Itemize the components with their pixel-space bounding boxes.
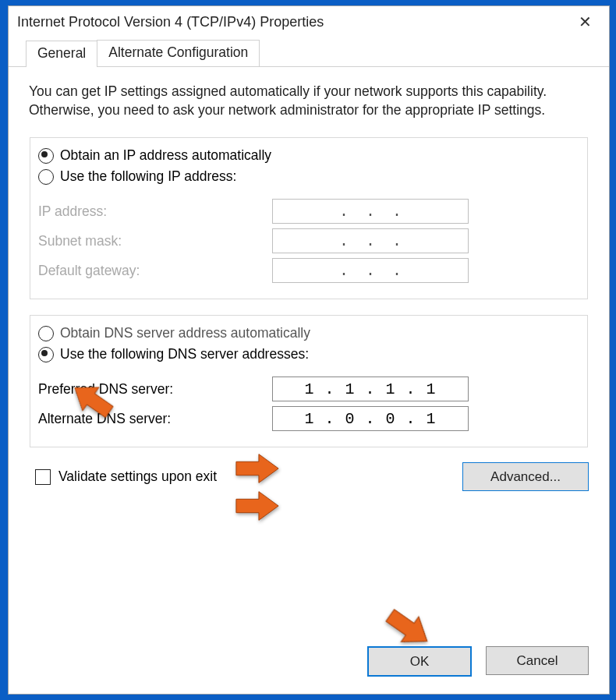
tab-general[interactable]: General (26, 41, 97, 67)
label-default-gateway: Default gateway: (38, 263, 272, 279)
input-ip-address: ... (272, 199, 469, 224)
tab-strip: General Alternate Configuration (9, 40, 609, 67)
radio-ip-manual-label: Use the following IP address: (60, 168, 236, 185)
label-alternate-dns: Alternate DNS server: (38, 411, 272, 427)
label-ip-address: IP address: (38, 203, 272, 220)
dialog-footer: OK Cancel (9, 638, 609, 694)
input-subnet-mask: ... (272, 228, 469, 253)
tab-alternate-configuration[interactable]: Alternate Configuration (97, 40, 260, 66)
label-subnet-mask: Subnet mask: (38, 233, 272, 249)
window-title: Internet Protocol Version 4 (TCP/IPv4) P… (17, 14, 569, 30)
radio-dns-manual[interactable] (38, 347, 54, 362)
label-preferred-dns: Preferred DNS server: (38, 381, 272, 398)
radio-dns-manual-label: Use the following DNS server addresses: (60, 346, 309, 362)
radio-dns-auto[interactable] (38, 326, 54, 341)
dns-group: Obtain DNS server address automatically … (29, 314, 589, 448)
input-alternate-dns[interactable]: 1 . 0 . 0 . 1 (272, 406, 469, 431)
tab-panel-general: You can get IP settings assigned automat… (9, 67, 609, 638)
radio-ip-auto-label: Obtain an IP address automatically (60, 147, 271, 164)
radio-ip-manual[interactable] (38, 169, 54, 185)
input-preferred-dns[interactable]: 1 . 1 . 1 . 1 (272, 377, 469, 401)
radio-dns-auto-label: Obtain DNS server address automatically (60, 325, 310, 341)
input-default-gateway: ... (272, 258, 469, 283)
cancel-button[interactable]: Cancel (486, 646, 589, 675)
radio-ip-auto[interactable] (38, 148, 54, 164)
properties-dialog: Internet Protocol Version 4 (TCP/IPv4) P… (8, 5, 610, 695)
checkbox-validate-settings[interactable] (35, 469, 51, 485)
titlebar: Internet Protocol Version 4 (TCP/IPv4) P… (9, 6, 609, 37)
label-validate-settings: Validate settings upon exit (58, 468, 217, 485)
ip-group: Obtain an IP address automatically Use t… (29, 136, 589, 300)
advanced-button[interactable]: Advanced... (462, 462, 589, 491)
ok-button[interactable]: OK (367, 646, 472, 677)
description-text: You can get IP settings assigned automat… (29, 83, 589, 119)
close-icon[interactable]: ✕ (569, 12, 600, 31)
annotation-arrow-icon (235, 488, 280, 524)
